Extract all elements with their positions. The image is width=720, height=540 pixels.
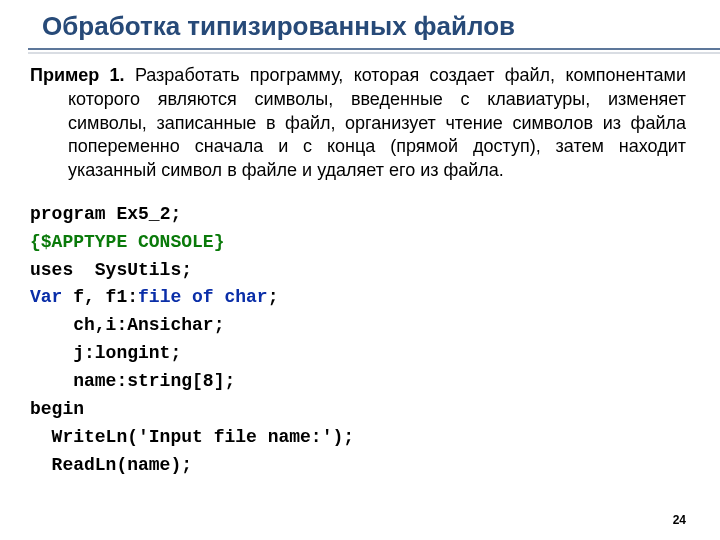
code-line-2: {$APPTYPE CONSOLE}: [30, 232, 224, 252]
example-label: Пример 1.: [30, 65, 125, 85]
code-line-5: ch,i:Ansichar;: [30, 315, 224, 335]
example-paragraph: Пример 1. Разработать программу, которая…: [30, 64, 686, 183]
code-line-7: name:string[8];: [30, 371, 235, 391]
code-line-8: begin: [30, 399, 84, 419]
code-line-1: program Ex5_2;: [30, 204, 181, 224]
code-line-3: uses SysUtils;: [30, 260, 192, 280]
code-line-9: WriteLn('Input file name:');: [30, 427, 354, 447]
code-line-6: j:longint;: [30, 343, 181, 363]
page-number: 24: [673, 513, 686, 527]
code-line-10: ReadLn(name);: [30, 455, 192, 475]
slide-title: Обработка типизированных файлов: [42, 11, 515, 42]
code-block: program Ex5_2; {$APPTYPE CONSOLE} uses S…: [30, 201, 686, 480]
example-text: Разработать программу, которая создает ф…: [68, 65, 686, 180]
code-line-4: Var f, f1:file of char;: [30, 287, 278, 307]
slide-body: Пример 1. Разработать программу, которая…: [30, 64, 686, 480]
title-bar: Обработка типизированных файлов: [28, 14, 720, 50]
title-underline-shadow: [28, 52, 720, 54]
